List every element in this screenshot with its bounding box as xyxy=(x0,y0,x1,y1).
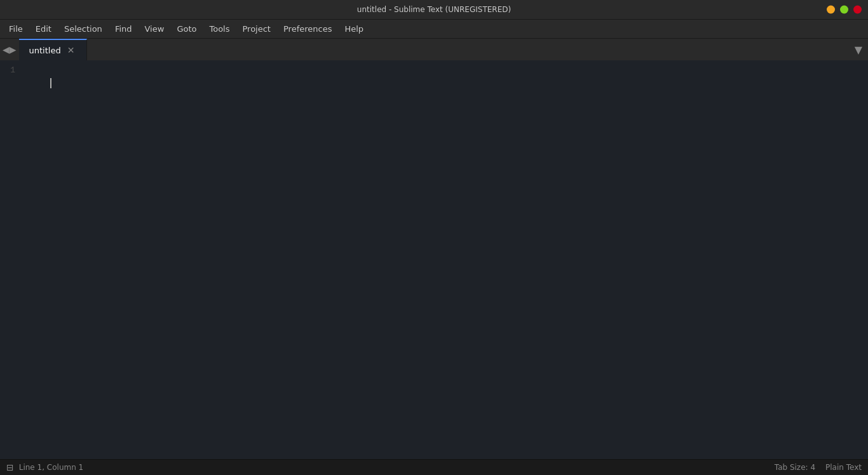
menu-item-tools[interactable]: Tools xyxy=(203,22,236,36)
maximize-button[interactable] xyxy=(840,6,848,14)
cursor-position[interactable]: Line 1, Column 1 xyxy=(19,463,84,472)
text-cursor xyxy=(50,78,51,88)
minimize-button[interactable] xyxy=(827,6,835,14)
title-bar: untitled - Sublime Text (UNREGISTERED) xyxy=(0,0,868,19)
title-bar-text: untitled - Sublime Text (UNREGISTERED) xyxy=(357,5,511,14)
tab-bar: ◀▶ untitled ✕ ▼ xyxy=(0,38,868,60)
git-icon: ⊟ xyxy=(6,462,14,472)
menu-item-help[interactable]: Help xyxy=(338,22,370,36)
editor-area: 1 xyxy=(0,60,868,459)
menu-item-edit[interactable]: Edit xyxy=(29,22,58,36)
window-controls xyxy=(827,6,862,14)
tab-untitled[interactable]: untitled ✕ xyxy=(19,39,87,60)
line-number: 1 xyxy=(5,64,15,77)
syntax-mode[interactable]: Plain Text xyxy=(825,463,862,472)
status-bar: ⊟ Line 1, Column 1 Tab Size: 4 Plain Tex… xyxy=(0,459,868,475)
menu-item-file[interactable]: File xyxy=(3,22,29,36)
editor-content[interactable] xyxy=(25,60,868,459)
tab-close-button[interactable]: ✕ xyxy=(66,45,76,55)
status-left: ⊟ Line 1, Column 1 xyxy=(6,462,83,472)
menu-bar: FileEditSelectionFindViewGotoToolsProjec… xyxy=(0,19,868,38)
tab-label: untitled xyxy=(29,46,61,55)
menu-item-selection[interactable]: Selection xyxy=(58,22,109,36)
tab-nav-left[interactable]: ◀▶ xyxy=(0,39,19,60)
chevron-down-icon: ▼ xyxy=(855,44,862,56)
menu-item-project[interactable]: Project xyxy=(236,22,276,36)
tab-size[interactable]: Tab Size: 4 xyxy=(775,463,815,472)
menu-item-goto[interactable]: Goto xyxy=(170,22,203,36)
menu-item-preferences[interactable]: Preferences xyxy=(277,22,338,36)
tab-dropdown-button[interactable]: ▼ xyxy=(849,39,868,60)
menu-item-find[interactable]: Find xyxy=(109,22,139,36)
close-button[interactable] xyxy=(853,6,862,14)
status-right: Tab Size: 4 Plain Text xyxy=(775,463,862,472)
menu-item-view[interactable]: View xyxy=(139,22,171,36)
line-numbers: 1 xyxy=(0,60,25,459)
